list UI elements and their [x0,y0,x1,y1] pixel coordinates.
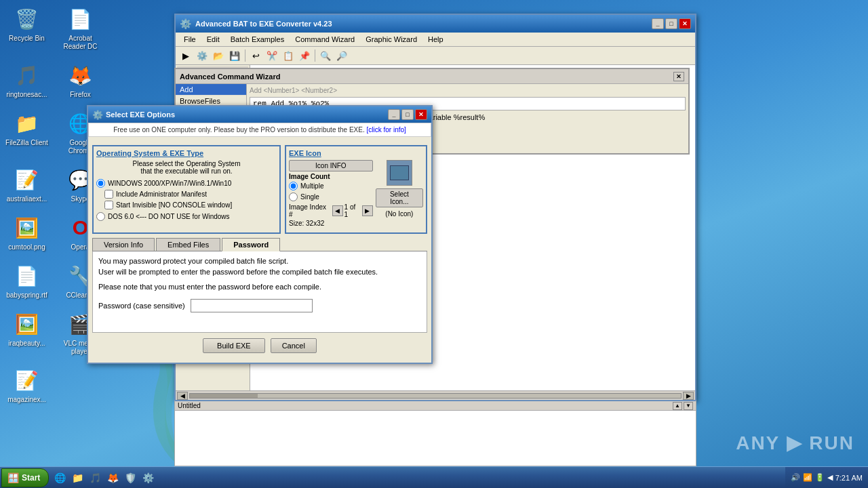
promo-text: Free use on ONE computer only. Please bu… [113,126,365,134]
menu-bar: File Edit Batch Examples Command Wizard … [176,33,695,47]
iraq-beauty-icon[interactable]: 🖼️ iraqbeauty... [1,306,52,360]
babyspring-icon[interactable]: 📄 babyspring.rtf [1,258,52,304]
image-nav: Image Index # ◀ 1 of 1 ▶ [289,203,373,218]
ringtones-icon[interactable]: 🎵 ringtonesac... [1,58,52,103]
admin-manifest-label: Include Administrator Manifest [116,190,207,198]
exe-dialog-icon: ⚙️ [92,110,103,120]
scrollbar-thumb[interactable] [190,394,258,398]
os-subtitle: Please select the Operating Systemthat t… [96,160,277,175]
bottom-editor-window: Untitled ▲ ▼ [174,400,696,466]
copy-button[interactable]: 📋 [281,48,296,63]
filezilla-icon[interactable]: 📁 FileZilla Client [1,106,52,159]
tab-embed-files[interactable]: Embed Files [156,238,220,251]
find-next-button[interactable]: 🔎 [334,48,349,63]
menu-file[interactable]: File [178,34,201,45]
icon-top-row: Icon INFO Image Count Multiple Single [289,160,423,227]
tab-version-info[interactable]: Version Info [92,238,155,251]
icon-info-button[interactable]: Icon INFO [289,160,373,171]
word-doc-label: australiaext... [7,195,47,203]
taskbar-folder-icon[interactable]: 📁 [69,470,85,486]
start-invisible-checkbox[interactable] [104,201,113,209]
exe-dialog-controls: _ □ ✕ [388,109,427,120]
taskbar-bat-icon[interactable]: ⚙️ [140,470,156,486]
menu-help[interactable]: Help [422,34,449,45]
horizontal-scrollbar[interactable]: ◀ ▶ [176,390,695,400]
os-radio-windows: WINDOWS 2000/XP/Win7/Win8.1/Win10 [96,179,277,188]
exe-dialog-close[interactable]: ✕ [415,109,427,120]
no-icon-label: (No Icon) [385,210,413,218]
tray-arrow-icon[interactable]: ◀ [827,473,833,482]
start-button[interactable]: 🪟 Start [1,468,49,487]
os-radio-dos: DOS 6.0 <--- DO NOT USE for Windows [96,212,277,221]
acw-item-add[interactable]: Add [176,84,246,96]
close-button[interactable]: ✕ [679,18,691,29]
taskbar-media-icon[interactable]: 🎵 [87,470,103,486]
os-radio-windows-input[interactable] [96,179,105,188]
os-radio-dos-input[interactable] [96,212,105,221]
bottom-scroll-down[interactable]: ▼ [684,402,693,410]
radio-multiple-input[interactable] [289,182,298,190]
menu-command-wizard[interactable]: Command Wizard [290,34,360,45]
iraq-beauty-label: iraqbeauty... [8,340,45,348]
scroll-right-btn[interactable]: ▶ [683,392,694,400]
scroll-left-btn[interactable]: ◀ [177,392,188,400]
icon-section: EXE Icon Icon INFO Image Count Multiple [285,145,427,234]
acw-close-btn[interactable]: ✕ [673,72,684,81]
taskbar-firefox-icon[interactable]: 🦊 [104,470,121,486]
radio-single-input[interactable] [289,192,298,201]
undo-button[interactable]: ↩ [248,48,263,63]
acw-controls: ✕ [673,72,684,81]
taskbar-ie-icon[interactable]: 🌐 [52,470,68,486]
maximize-button[interactable]: □ [665,18,677,29]
word-doc-icon[interactable]: 📝 australiaext... [1,162,52,207]
run-button[interactable]: ▶ [178,48,193,63]
separator-1 [245,49,245,62]
icon-preview-img [390,165,409,180]
cumtool-label: cumtool.png [8,243,45,251]
taskbar-system-tray: 🔊 📶 🔋 ◀ 7:21 AM [785,467,868,488]
magazine-label: magazinex... [7,396,46,404]
exe-dialog-minimize[interactable]: _ [388,109,400,120]
size-text: Size: 32x32 [289,220,373,227]
password-input[interactable] [191,299,313,312]
minimize-button[interactable]: _ [652,18,664,29]
taskbar-shield-icon[interactable]: 🛡️ [122,470,138,486]
exe-dialog-maximize[interactable]: □ [401,109,414,120]
paste-button[interactable]: 📌 [297,48,312,63]
start-invisible-label: Start Invisible [NO CONSOLE window] [116,201,232,209]
menu-edit[interactable]: Edit [201,34,225,45]
build-exe-toolbar-btn[interactable]: ⚙️ [195,48,210,63]
select-icon-button[interactable]: Select Icon... [376,188,423,207]
bottom-editor-text[interactable] [175,411,696,416]
tab-password[interactable]: Password [222,238,280,251]
build-exe-button[interactable]: Build EXE [203,338,265,353]
bottom-scroll-up[interactable]: ▲ [673,402,682,410]
recycle-bin-icon[interactable]: 🗑️ Recycle Bin [1,1,52,55]
password-text-2: User will be prompted to enter the passw… [98,268,421,276]
scrollbar-track[interactable] [189,393,682,399]
save-button[interactable]: 💾 [227,48,242,63]
icon-preview-area: Select Icon... (No Icon) [376,160,423,227]
promo-link[interactable]: [click for info] [366,126,406,134]
icon-preview-box [387,160,412,186]
find-button[interactable]: 🔍 [318,48,333,63]
acrobat-icon[interactable]: 📄 Acrobat Reader DC [55,1,106,55]
admin-manifest-checkbox[interactable] [104,190,113,199]
cut-button[interactable]: ✂️ [264,48,279,63]
acrobat-label: Acrobat Reader DC [58,35,103,51]
menu-graphic-wizard[interactable]: Graphic Wizard [360,34,422,45]
anyrun-watermark: ANY ▶ RUN [736,432,854,454]
taskbar-quick-launch: 🌐 📁 🎵 🦊 🛡️ ⚙️ [52,470,156,486]
cumtool-icon[interactable]: 🖼️ cumtool.png [1,210,52,256]
nav-next-btn[interactable]: ▶ [362,205,373,216]
menu-batch-examples[interactable]: Batch Examples [225,34,290,45]
image-count-title: Image Count [289,173,373,180]
magazine-icon[interactable]: 📝 magazinex... [1,363,52,408]
nav-prev-btn[interactable]: ◀ [332,205,343,216]
cancel-button[interactable]: Cancel [271,338,317,353]
promo-banner: Free use on ONE computer only. Please bu… [88,123,431,137]
os-radio-dos-label: DOS 6.0 <--- DO NOT USE for Windows [108,213,230,220]
password-tab-content: You may password protect your compiled b… [92,251,427,333]
firefox-icon[interactable]: 🦊 Firefox [55,58,106,103]
open-button[interactable]: 📂 [211,48,226,63]
